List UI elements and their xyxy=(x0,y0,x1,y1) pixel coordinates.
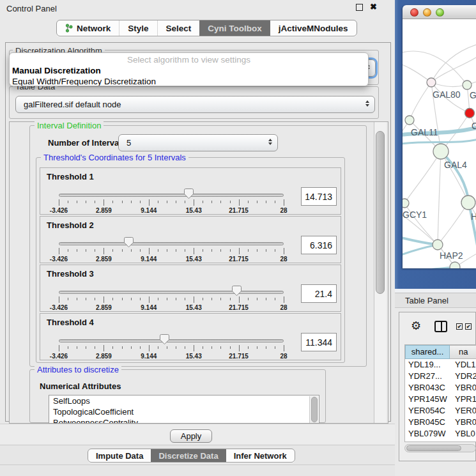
table-panel-titlebar: Table Panel xyxy=(395,293,476,308)
table-panel-body: ⚙ ✔ ✔ shared...na YDL19...YDL1YDR27...YD… xyxy=(395,308,476,476)
tick-label: 15.43 xyxy=(186,304,202,311)
tab-select[interactable]: Select xyxy=(157,20,200,36)
network-canvas[interactable]: GAL80GACGAL11GAL4GCY1HHAP2 xyxy=(403,19,476,268)
tick-label: 9.144 xyxy=(141,353,157,360)
column-header-shared-name[interactable]: shared... xyxy=(405,345,450,359)
tab-network[interactable]: Network xyxy=(57,20,119,36)
list-item-selfloops[interactable]: SelfLoops xyxy=(49,395,319,406)
threshold-label: Threshold 1 xyxy=(47,172,94,181)
threshold-value-field[interactable] xyxy=(301,187,337,206)
network-node-gal4[interactable] xyxy=(433,144,449,159)
threshold-label: Threshold 3 xyxy=(47,269,94,279)
slider-thumb-icon[interactable] xyxy=(232,285,242,296)
tick-label: 28 xyxy=(280,207,287,214)
tab-discretize-data[interactable]: Discretize Data xyxy=(151,449,226,462)
dropdown-option-equal-width-frequency-discretization[interactable]: Equal Width/Frequency Discretization xyxy=(10,76,368,86)
network-window-titlebar[interactable] xyxy=(403,5,476,19)
screen: Control Panel ✖ NetworkStyleSelectCyni T… xyxy=(0,0,476,476)
table-panel-inner: ⚙ ✔ ✔ shared...na YDL19...YDL1YDR27...YD… xyxy=(399,312,476,461)
tab-infer-network[interactable]: Infer Network xyxy=(226,449,295,462)
mac-minimize-icon[interactable] xyxy=(423,8,431,17)
network-window: GAL80GACGAL11GAL4GCY1HHAP2 xyxy=(403,5,476,268)
cell-name: YBR0 xyxy=(450,382,476,394)
columns-icon[interactable] xyxy=(434,321,447,332)
close-icon[interactable]: ✖ xyxy=(370,2,377,12)
table-hscrollbar[interactable] xyxy=(404,444,476,452)
settings-scrollbar-thumb[interactable] xyxy=(376,131,385,294)
threshold-value-field[interactable] xyxy=(301,333,337,351)
numerical-attributes-list[interactable]: SelfLoopsTopologicalCoefficientBetweenne… xyxy=(49,395,319,424)
slider-thumb-icon[interactable] xyxy=(124,236,134,248)
network-node-gal11[interactable] xyxy=(405,116,414,125)
column-header-name[interactable]: na xyxy=(450,345,476,359)
dropdown-option-manual-discretization[interactable]: Manual Discretization xyxy=(10,65,368,76)
network-node-gcy1[interactable] xyxy=(403,199,409,208)
threshold-label: Threshold 4 xyxy=(47,318,94,327)
node-table[interactable]: shared...na YDL19...YDL1YDR27...YDR2YBR0… xyxy=(404,344,476,442)
table-row[interactable]: YDR27...YDR2 xyxy=(405,371,476,382)
mac-close-icon[interactable] xyxy=(410,8,418,17)
tab-style[interactable]: Style xyxy=(119,20,157,36)
tab-cyni-toolbox[interactable]: Cyni Toolbox xyxy=(199,20,270,36)
table-row[interactable]: YDL19...YDL1 xyxy=(405,359,476,371)
network-node-h[interactable] xyxy=(461,196,475,210)
threshold-slider[interactable]: -3.4262.8599.14415.4321.71528 xyxy=(59,283,284,312)
tick-label: 21.715 xyxy=(229,207,249,214)
table-row[interactable]: YER054CYER0 xyxy=(405,405,476,417)
float-window-icon[interactable] xyxy=(356,4,363,11)
number-of-intervals-label: Number of Intervals xyxy=(48,138,126,148)
dropdown-prompt[interactable]: Select algorithm to view settings xyxy=(10,54,368,65)
network-node-c[interactable] xyxy=(465,109,475,118)
tick-label: 2.859 xyxy=(96,207,112,214)
table-row[interactable]: YBL079WYBL0 xyxy=(405,428,476,440)
threshold-panel: Threshold 2 -3.4262.8599.14415.4321.7152… xyxy=(40,216,341,263)
threshold-value-field[interactable] xyxy=(301,236,337,254)
algorithm-dropdown-popup: Select algorithm to view settings Manual… xyxy=(9,52,369,86)
slider-tick-labels: -3.4262.8599.14415.4321.71528 xyxy=(59,256,284,263)
list-item-betweennesscentrality[interactable]: BetweennessCentrality xyxy=(49,417,319,424)
tab-impute-data[interactable]: Impute Data xyxy=(88,449,151,462)
table-data-combobox[interactable]: galFiltered.sif default node xyxy=(15,96,375,113)
node-label: GAL4 xyxy=(444,160,467,170)
tick-label: 28 xyxy=(280,304,287,311)
network-node[interactable] xyxy=(450,262,460,268)
table-row[interactable]: YPR145WYPR1 xyxy=(405,394,476,405)
attributes-group-title: Attributes to discretize xyxy=(35,365,121,374)
slider-track[interactable] xyxy=(59,242,284,245)
list-item-topologicalcoefficient[interactable]: TopologicalCoefficient xyxy=(49,406,319,417)
threshold-slider[interactable]: -3.4262.8599.14415.4321.71528 xyxy=(59,234,284,264)
checkbox-icon[interactable]: ✔ xyxy=(465,323,472,330)
threshold-value-field[interactable] xyxy=(301,284,337,303)
tick-label: 2.859 xyxy=(96,353,112,360)
network-node-hap2[interactable] xyxy=(433,240,443,250)
number-of-intervals-value: 5 xyxy=(127,138,131,148)
network-node-ga[interactable] xyxy=(463,81,472,89)
divider xyxy=(0,464,395,465)
cell-shared-name: YBL079W xyxy=(405,428,450,440)
apply-button[interactable]: Apply xyxy=(170,429,212,443)
cell-name: YER0 xyxy=(450,405,476,417)
tab-jactivemnodules[interactable]: jActiveMNodules xyxy=(270,20,357,36)
list-scrollbar[interactable] xyxy=(309,396,318,424)
tick-label: 9.144 xyxy=(141,304,157,311)
slider-track[interactable] xyxy=(59,339,284,342)
checkbox-icon[interactable]: ✔ xyxy=(456,323,463,330)
mac-zoom-icon[interactable] xyxy=(436,8,444,17)
threshold-slider[interactable]: -3.4262.8599.14415.4321.71528 xyxy=(59,186,284,215)
tab-label: Network xyxy=(77,24,111,33)
cell-shared-name: YBR043C xyxy=(405,382,450,394)
slider-track[interactable] xyxy=(59,291,284,294)
threshold-slider[interactable]: -3.4262.8599.14415.4321.71528 xyxy=(59,332,284,361)
network-node-gal80[interactable] xyxy=(427,78,436,87)
tick-label: -3.426 xyxy=(50,304,68,311)
cell-shared-name: YBR045C xyxy=(405,417,450,428)
table-row[interactable]: YBR043CYBR0 xyxy=(405,382,476,394)
slider-track[interactable] xyxy=(59,194,284,197)
table-row[interactable]: YBR045CYBR0 xyxy=(405,417,476,428)
table-row[interactable]: YLR345WYLR3 xyxy=(405,440,476,442)
slider-tick-labels: -3.4262.8599.14415.4321.71528 xyxy=(59,353,284,360)
gear-icon[interactable]: ⚙ xyxy=(411,320,421,332)
number-of-intervals-combobox[interactable]: 5 xyxy=(118,134,278,151)
slider-thumb-icon[interactable] xyxy=(160,334,169,345)
slider-thumb-icon[interactable] xyxy=(184,188,194,199)
